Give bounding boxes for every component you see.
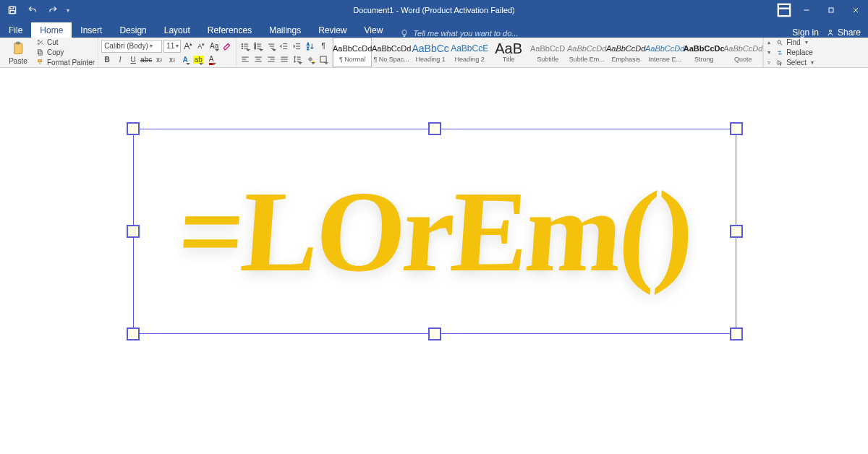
style-item-title[interactable]: AaBTitle (489, 38, 528, 67)
bullets-button[interactable] (239, 40, 251, 52)
svg-rect-15 (38, 60, 42, 62)
sign-in-button[interactable]: Sign in (792, 27, 819, 38)
selected-object[interactable]: =LOrEm() (133, 129, 736, 334)
format-painter-icon (36, 59, 44, 67)
tab-home[interactable]: Home (31, 22, 72, 38)
replace-button[interactable]: Replace (776, 48, 813, 57)
style-preview: AaBbCcDc (684, 42, 725, 55)
justify-button[interactable] (278, 53, 290, 65)
multilevel-list-button[interactable] (265, 40, 277, 52)
maximize-button[interactable] (819, 0, 843, 20)
style-preview: AaBbCcDd (372, 42, 411, 55)
resize-handle-bottom-middle[interactable] (428, 327, 441, 340)
style-item-intense-e-[interactable]: AaBbCcDdIntense E... (645, 38, 684, 67)
redo-button[interactable] (45, 2, 61, 18)
scissors-icon (36, 38, 44, 46)
close-button[interactable] (843, 0, 868, 20)
style-item--normal[interactable]: AaBbCcDd¶ Normal (333, 38, 372, 67)
svg-line-57 (780, 43, 783, 45)
format-painter-button[interactable]: Format Painter (36, 58, 95, 67)
font-name-combo[interactable]: Calibri (Body)▾ (101, 40, 162, 53)
save-button[interactable] (4, 2, 20, 18)
resize-handle-middle-right[interactable] (730, 225, 743, 238)
align-left-button[interactable] (239, 53, 251, 65)
align-right-button[interactable] (265, 53, 277, 65)
subscript-button[interactable]: x2 (153, 54, 165, 66)
text-effects-button[interactable]: A (179, 54, 191, 66)
highlight-button[interactable]: ab (192, 54, 204, 66)
svg-rect-13 (39, 51, 43, 56)
decrease-indent-button[interactable] (278, 40, 290, 52)
svg-point-16 (242, 43, 242, 44)
style-item-subtle-em-[interactable]: AaBbCcDdSubtle Em... (567, 38, 606, 67)
style-preview: AaB (495, 42, 522, 55)
tab-layout[interactable]: Layout (156, 22, 199, 38)
style-item-subtitle[interactable]: AaBbCcDSubtitle (528, 38, 567, 67)
minimize-button[interactable] (794, 0, 819, 20)
style-label: ¶ Normal (339, 56, 365, 63)
line-spacing-icon (292, 54, 302, 64)
tab-references[interactable]: References (199, 22, 260, 38)
resize-handle-bottom-right[interactable] (730, 327, 743, 340)
ribbon: Paste Cut Copy Format Painter Calibri (B… (0, 38, 868, 68)
borders-button[interactable] (318, 53, 329, 65)
resize-handle-top-left[interactable] (127, 122, 140, 135)
resize-handle-top-right[interactable] (730, 122, 743, 135)
bold-button[interactable]: B (101, 54, 113, 66)
font-size-combo[interactable]: 11▾ (163, 40, 181, 53)
style-item-strong[interactable]: AaBbCcDcStrong (684, 38, 723, 67)
underline-button[interactable]: U (127, 54, 139, 66)
find-button[interactable]: Find▾ (776, 38, 807, 47)
wordart-text[interactable]: =LOrEm() (133, 129, 736, 334)
tab-insert[interactable]: Insert (72, 22, 111, 38)
superscript-button[interactable]: x2 (166, 54, 178, 66)
ribbon-options-button[interactable] (774, 0, 794, 20)
shading-button[interactable] (305, 53, 316, 65)
shrink-font-button[interactable]: A▾ (195, 40, 207, 52)
numbering-button[interactable]: 123 (252, 40, 264, 52)
italic-button[interactable]: I (114, 54, 126, 66)
font-color-button[interactable]: A (205, 54, 217, 66)
styles-gallery-more[interactable]: ▴▾▿ (763, 38, 773, 67)
tab-review[interactable]: Review (310, 22, 355, 38)
style-item-emphasis[interactable]: AaBbCcDdEmphasis (606, 38, 645, 67)
resize-handle-middle-left[interactable] (127, 225, 140, 238)
line-spacing-button[interactable] (292, 53, 303, 65)
style-item-heading-2[interactable]: AaBbCcEHeading 2 (450, 38, 489, 67)
search-icon (776, 39, 783, 46)
undo-button[interactable] (25, 2, 41, 18)
style-item--no-spac-[interactable]: AaBbCcDd¶ No Spac... (372, 38, 411, 67)
sort-button[interactable]: AZ (305, 40, 316, 52)
style-item-quote[interactable]: AaBbCcDdQuote (723, 38, 762, 67)
strikethrough-button[interactable]: abc (140, 54, 152, 66)
resize-handle-bottom-left[interactable] (127, 327, 140, 340)
tab-view[interactable]: View (356, 22, 392, 38)
svg-rect-3 (778, 4, 790, 16)
outdent-icon (279, 41, 289, 51)
tab-file[interactable]: File (0, 22, 31, 38)
replace-icon (776, 49, 783, 56)
clear-formatting-button[interactable] (221, 40, 233, 52)
change-case-button[interactable]: Aa (208, 40, 220, 52)
cut-button[interactable]: Cut (36, 38, 95, 47)
grow-font-button[interactable]: A▴ (182, 40, 194, 52)
resize-handle-top-middle[interactable] (428, 122, 441, 135)
show-marks-button[interactable]: ¶ (318, 40, 329, 52)
style-item-heading-1[interactable]: AaBbCcHeading 1 (411, 38, 450, 67)
select-button[interactable]: Select▾ (776, 58, 814, 67)
svg-point-56 (778, 40, 780, 43)
document-area[interactable]: =LOrEm() (0, 68, 868, 454)
paste-button[interactable]: Paste (3, 40, 33, 65)
share-button[interactable]: Share (826, 27, 861, 38)
increase-indent-button[interactable] (292, 40, 303, 52)
tell-me-input[interactable]: Tell me what you want to do... (391, 29, 792, 38)
align-center-button[interactable] (252, 53, 264, 65)
qat-customize-button[interactable]: ▾ (65, 2, 71, 18)
svg-point-12 (38, 40, 39, 41)
tab-mailings[interactable]: Mailings (260, 22, 310, 38)
tab-design[interactable]: Design (111, 22, 155, 38)
copy-button[interactable]: Copy (36, 48, 95, 57)
eraser-icon (222, 41, 232, 51)
svg-point-54 (312, 60, 314, 61)
style-label: Subtitle (537, 56, 558, 63)
